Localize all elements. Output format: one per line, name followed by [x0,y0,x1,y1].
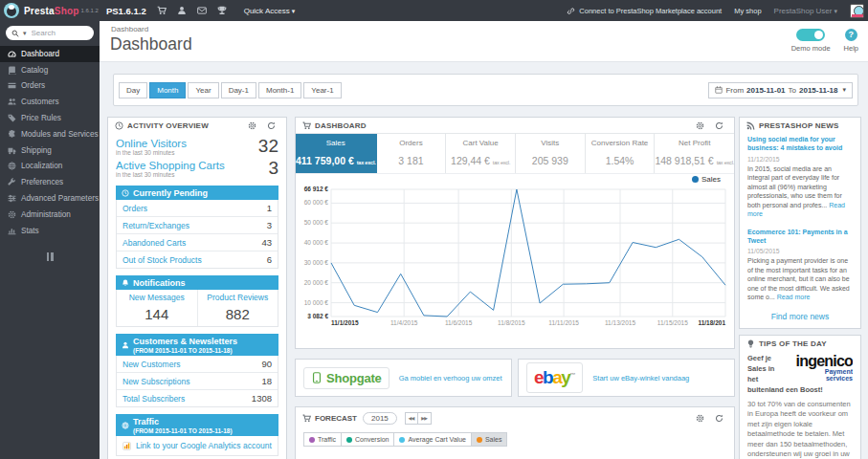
chevron-down-icon[interactable]: ▾ [23,30,27,37]
range-button-day[interactable]: Day [119,82,147,98]
cart-icon [302,121,311,130]
forward-icon[interactable]: ▶▶ [418,412,432,425]
demo-mode-control: Demo mode [791,29,831,53]
puzzle-icon [8,130,16,139]
google-analytics-row: Link to your Google Analytics account [116,436,278,456]
customers-rows: New Customers90 New Subscriptions18 Tota… [116,356,278,407]
cart-icon [302,414,311,423]
sidebar-item-preferences[interactable]: Preferences [0,174,100,190]
forecast-legend-avg-cart-value[interactable]: Average Cart Value [394,432,471,447]
new-subscriptions-link[interactable]: New Subscriptions [122,377,189,386]
globe-icon [122,422,129,429]
range-button-day-1[interactable]: Day-1 [221,82,256,98]
user-menu[interactable]: PrestaShop User▾ [774,7,837,15]
tags-icon [8,114,16,122]
sidebar-collapse-button[interactable] [0,252,100,261]
forecast-legend-sales[interactable]: Sales [472,432,508,447]
new-customers-link[interactable]: New Customers [122,360,180,369]
sidebar-item-shipping[interactable]: Shipping [0,142,100,159]
quick-access-menu[interactable]: Quick Access▾ [244,7,296,15]
range-button-year-1[interactable]: Year-1 [303,82,341,98]
kpi-net-profit[interactable]: Net Profit148 918,51 € tax excl. [655,134,734,173]
lightbulb-icon [746,339,755,348]
pending-returns-link[interactable]: Return/Exchanges [122,221,189,230]
svg-text:66 912 €: 66 912 € [304,186,329,192]
shopgate-logo: Shopgate [303,367,389,389]
online-visitors-link[interactable]: Online Visitors [116,138,187,149]
forecast-year[interactable]: 2015 [363,412,397,425]
svg-text:11/15/2015: 11/15/2015 [657,319,688,326]
shopgate-link[interactable]: Ga mobiel en verhoog uw omzet [399,374,502,382]
sidebar-item-modules[interactable]: Modules and Services [0,126,100,142]
panel-refresh-icon[interactable] [267,121,276,130]
active-carts-link[interactable]: Active Shopping Carts [116,160,225,171]
news-panel-title: PRESTASHOP NEWS [759,121,839,130]
panel-settings-icon[interactable] [696,121,704,130]
sidebar-item-localization[interactable]: Localization [0,159,100,175]
sidebar-item-administration[interactable]: Administration [0,207,100,223]
kpi-sales[interactable]: Sales411 759,00 € tax excl. [296,134,377,173]
backward-icon[interactable]: ◀◀ [405,412,418,425]
svg-text:50 000 €: 50 000 € [304,219,329,226]
find-more-news-link[interactable]: Find more news [747,312,853,321]
new-subscriptions-row: New Subscriptions18 [117,372,278,389]
help-button[interactable]: ? [845,29,857,41]
activity-panel-header: ACTIVITY OVERVIEW [108,118,286,133]
total-subscribers-link[interactable]: Total Subscribers [122,394,185,404]
read-more-link[interactable]: Read more [777,294,811,300]
new-messages-link[interactable]: New Messages [119,293,195,302]
news-article: Ecommerce 101: Payments in a Tweet 11/05… [747,228,853,302]
sidebar-item-dashboard[interactable]: Dashboard [0,46,100,62]
google-analytics-link[interactable]: Link to your Google Analytics account [136,441,272,450]
marketplace-connect-link[interactable]: Connect to PrestaShop Marketplace accoun… [567,7,722,15]
out-of-stock-link[interactable]: Out of Stock Products [122,255,202,265]
panel-refresh-icon[interactable] [715,414,723,423]
globe-icon [8,162,16,170]
news-article-title[interactable]: Using social media for your business: 4 … [747,135,853,153]
sidebar-item-advanced-parameters[interactable]: Advanced Parameters [0,190,100,207]
ebay-link[interactable]: Start uw eBay-winkel vandaag [592,374,689,382]
forecast-panel-title: FORECAST [315,414,357,423]
sidebar-item-catalog[interactable]: Catalog [0,62,100,78]
range-button-month[interactable]: Month [149,82,186,98]
range-button-month-1[interactable]: Month-1 [258,82,301,98]
sidebar-item-stats[interactable]: Stats [0,223,100,239]
sidebar-item-orders[interactable]: Orders [0,78,100,95]
search-input[interactable] [32,29,81,37]
kpi-conversion-rate[interactable]: Conversion Rate1.54% [586,134,656,173]
sidebar-item-price-rules[interactable]: Price Rules [0,110,100,126]
svg-text:20 000 €: 20 000 € [304,279,329,286]
avatar[interactable] [850,4,864,18]
total-subscribers-row: Total Subscribers1308 [117,389,278,406]
customers-subtitle: (FROM 2015-11-01 TO 2015-11-18) [133,347,237,354]
sidebar-search[interactable]: ▾ [6,26,94,40]
product-reviews-link[interactable]: Product Reviews [200,293,277,302]
forecast-legend-conversion[interactable]: Conversion [342,432,394,447]
kpi-cart-value[interactable]: Cart Value129,44 € tax excl. [446,134,516,173]
dashboard-panel-header: DASHBOARD [296,118,734,133]
breadcrumb[interactable]: Dashboard [111,25,148,33]
panel-refresh-icon[interactable] [715,121,723,130]
panel-settings-icon[interactable] [248,121,256,130]
news-article: Using social media for your business: 4 … [747,135,853,219]
news-article-title[interactable]: Ecommerce 101: Payments in a Tweet [747,228,853,246]
sidebar-item-customers[interactable]: Customers [0,94,100,110]
trophy-icon[interactable] [217,6,227,15]
kpi-visits[interactable]: Visits205 939 [516,134,586,173]
pending-orders-link[interactable]: Orders [122,204,147,213]
clock-icon [122,189,129,197]
forecast-legend: Traffic Conversion Average Cart Value Sa… [296,428,734,450]
mail-icon[interactable] [197,6,207,15]
kpi-orders[interactable]: Orders3 181 [377,134,447,173]
customer-icon[interactable] [177,6,187,15]
cart-icon[interactable] [157,6,167,15]
my-shop-link[interactable]: My shop [734,7,761,15]
forecast-legend-traffic[interactable]: Traffic [303,432,342,447]
demo-mode-toggle[interactable] [796,29,825,41]
abandoned-carts-link[interactable]: Abandoned Carts [122,238,186,248]
panel-settings-icon[interactable] [696,414,704,423]
active-carts-value: 3 [268,160,278,179]
shopgate-module-panel: Shopgate Ga mobiel en verhoog uw omzet [295,359,512,397]
date-range-picker[interactable]: From2015-11-01 To2015-11-18 ▾ [708,82,853,98]
range-button-year[interactable]: Year [188,82,218,98]
